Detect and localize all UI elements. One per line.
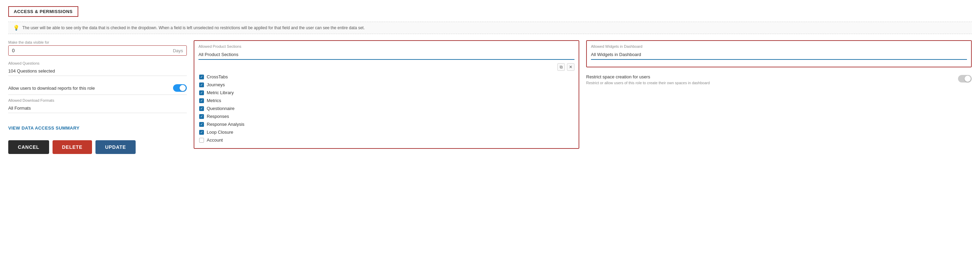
list-item: ✓Metrics <box>199 97 574 104</box>
download-formats-label: Allowed Download Formats <box>8 98 187 102</box>
list-item-label: Loop Closure <box>207 129 233 135</box>
list-item: ✓Questionnaire <box>199 104 574 112</box>
restrict-title: Restrict space creation for users <box>586 74 710 80</box>
list-item: ✓Response Analysis <box>199 120 574 128</box>
list-toolbar: ⧉ ✕ <box>199 63 574 71</box>
page-container: ACCESS & PERMISSIONS 💡 The user will be … <box>0 0 980 265</box>
button-row: CANCEL DELETE UPDATE <box>8 140 187 154</box>
list-item-label: Responses <box>207 114 229 119</box>
checkbox[interactable]: ✓ <box>199 90 204 95</box>
list-item-label: Questionnaire <box>207 106 234 111</box>
list-item: Account <box>199 136 574 144</box>
left-column: Make the data visible for Days Allowed Q… <box>8 40 187 154</box>
toggle-knob <box>180 85 186 91</box>
info-icon: 💡 <box>13 25 19 31</box>
download-toggle-row: Allow users to download reports for this… <box>8 81 187 95</box>
widgets-label: Allowed Widgets in Dashboard <box>591 44 967 48</box>
widgets-dropdown[interactable]: All Widgets in Dashboard <box>591 51 967 60</box>
widgets-box: Allowed Widgets in Dashboard All Widgets… <box>586 40 972 67</box>
list-item-label: CrossTabs <box>207 74 228 80</box>
download-formats-value: All Formats <box>8 104 187 113</box>
info-banner: 💡 The user will be able to see only the … <box>8 22 972 34</box>
days-input-row: Days <box>8 45 187 56</box>
download-label: Allow users to download reports for this… <box>8 86 95 91</box>
middle-column: Allowed Product Sections All Product Sec… <box>194 40 579 149</box>
checkbox[interactable]: ✓ <box>199 114 204 119</box>
list-item: ✓Metric Library <box>199 89 574 97</box>
info-text: The user will be able to see only the da… <box>22 26 365 30</box>
list-item-label: Journeys <box>207 82 225 87</box>
days-label: Make the data visible for <box>8 40 187 44</box>
download-formats-group: Allowed Download Formats All Formats <box>8 98 187 113</box>
restrict-toggle-knob <box>964 76 971 82</box>
product-sections-list: ✓CrossTabs✓Journeys✓Metric Library✓Metri… <box>199 73 574 144</box>
section-title: ACCESS & PERMISSIONS <box>8 6 78 17</box>
right-column: Allowed Widgets in Dashboard All Widgets… <box>586 40 972 85</box>
days-unit: Days <box>173 48 183 53</box>
copy-icon[interactable]: ⧉ <box>557 63 565 71</box>
checkbox[interactable]: ✓ <box>199 106 204 111</box>
view-summary-link[interactable]: VIEW DATA ACCESS SUMMARY <box>8 125 80 131</box>
restrict-desc: Restrict or allow users of this role to … <box>586 81 710 85</box>
list-item-label: Account <box>207 137 223 143</box>
allowed-questions-group: Allowed Questions 104 Questions selected <box>8 61 187 76</box>
list-item: ✓Journeys <box>199 81 574 89</box>
list-item-label: Metric Library <box>207 90 234 95</box>
restrict-row: Restrict space creation for users Restri… <box>586 74 972 85</box>
product-sections-dropdown[interactable]: All Product Sections <box>199 51 574 60</box>
list-item-label: Response Analysis <box>207 122 245 127</box>
restrict-text: Restrict space creation for users Restri… <box>586 74 710 85</box>
checkbox[interactable]: ✓ <box>199 83 204 87</box>
allowed-questions-value: 104 Questions selected <box>8 66 187 76</box>
checkbox[interactable]: ✓ <box>199 130 204 135</box>
list-item: ✓CrossTabs <box>199 73 574 81</box>
cancel-button[interactable]: CANCEL <box>8 140 49 154</box>
days-visible-group: Make the data visible for Days <box>8 40 187 56</box>
download-toggle[interactable] <box>173 84 187 92</box>
list-item: ✓Responses <box>199 112 574 120</box>
checkbox[interactable]: ✓ <box>199 98 204 103</box>
list-item: ✓Loop Closure <box>199 128 574 136</box>
delete-icon[interactable]: ✕ <box>567 63 574 71</box>
checkbox[interactable]: ✓ <box>199 122 204 127</box>
update-button[interactable]: UPDATE <box>95 140 136 154</box>
restrict-toggle[interactable] <box>958 75 972 83</box>
checkbox[interactable]: ✓ <box>199 75 204 80</box>
days-input[interactable] <box>12 48 173 53</box>
product-sections-label: Allowed Product Sections <box>199 44 574 48</box>
list-item-label: Metrics <box>207 98 221 103</box>
allowed-questions-label: Allowed Questions <box>8 61 187 65</box>
main-grid: Make the data visible for Days Allowed Q… <box>8 40 972 154</box>
checkbox[interactable] <box>199 138 204 143</box>
delete-button[interactable]: DELETE <box>52 140 92 154</box>
